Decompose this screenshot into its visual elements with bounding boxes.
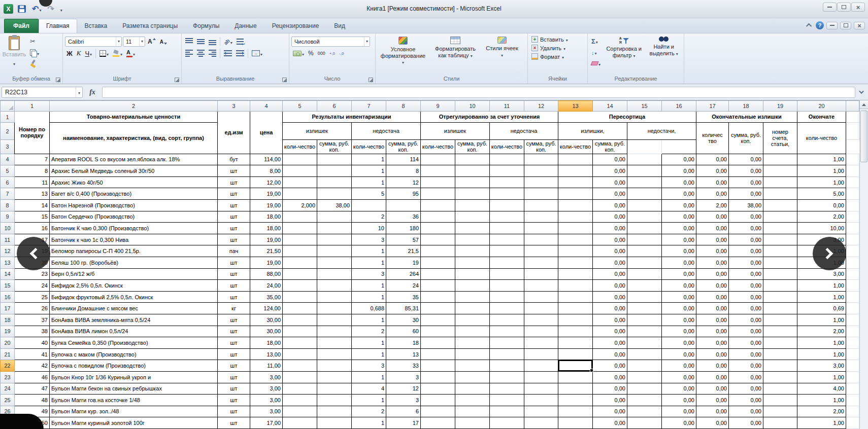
dialog-launcher-icon[interactable] (175, 78, 179, 82)
cell-R4C12[interactable] (524, 154, 558, 165)
cell-R11C7[interactable]: 3 (352, 234, 386, 245)
save-button[interactable] (16, 5, 27, 13)
cell-R25C19[interactable] (763, 395, 797, 406)
cell-R9C7[interactable]: 2 (352, 211, 386, 223)
cell-R23C16[interactable]: 0,00 (662, 371, 696, 383)
fill-color-button[interactable] (111, 48, 124, 58)
cell-R25C7[interactable]: 1 (352, 395, 386, 406)
row-header-12[interactable]: 12 (1, 245, 15, 257)
cell-R12C9[interactable] (421, 245, 455, 257)
cell-R22C6[interactable] (317, 360, 352, 372)
customize-quick-access-button[interactable] (59, 4, 64, 14)
cell-R10C6[interactable] (317, 223, 352, 234)
decrease-font-button[interactable] (158, 39, 169, 45)
header-shortage-2[interactable]: недостача (490, 123, 558, 140)
cell-R25C5[interactable] (283, 395, 317, 406)
cell-R11C4[interactable]: 19,00 (250, 234, 283, 245)
cell-offgrid[interactable] (846, 268, 859, 280)
cell-R5C17[interactable]: 0,00 (696, 165, 729, 177)
cell-R7C14[interactable]: 0,00 (593, 188, 627, 200)
header-qty[interactable]: коли-чество (352, 140, 386, 154)
cell-R23C10[interactable] (455, 371, 490, 383)
cell-R6C10[interactable] (455, 176, 490, 188)
cell-R20C20[interactable]: 1,00 (797, 337, 846, 349)
cell-R12C10[interactable] (455, 245, 490, 257)
cell-R26C7[interactable]: 2 (352, 406, 386, 417)
conditional-formatting-button[interactable]: Условное форматирование (378, 35, 428, 75)
format-cells-button[interactable]: Формат (530, 52, 585, 61)
cell-R25C4[interactable]: 3,00 (250, 395, 283, 406)
cell-R26C3[interactable]: шт (218, 406, 250, 417)
cell-R23C5[interactable] (283, 371, 317, 383)
cell-R22C12[interactable] (524, 360, 558, 372)
cell-R17C17[interactable]: 0,00 (696, 303, 729, 314)
expand-formula-bar-button[interactable] (857, 87, 866, 98)
cell-R22C8[interactable]: 33 (386, 360, 421, 372)
cell-R8C16[interactable]: 0,00 (662, 200, 696, 211)
cell-R8C17[interactable]: 2,00 (696, 200, 729, 211)
cell-R9C19[interactable] (763, 211, 797, 223)
cell-offgrid[interactable] (846, 303, 859, 314)
cell-R26C20[interactable]: 2,00 (797, 406, 846, 417)
cell-R6C2[interactable]: Арахис Жико 40г/50 (50, 176, 218, 188)
cell-R19C15[interactable] (627, 326, 662, 337)
cell-R12C7[interactable]: 1 (352, 245, 386, 257)
col-header-19[interactable]: 19 (763, 101, 797, 112)
cell-R4C3[interactable]: бут (218, 154, 250, 165)
cell-R6C8[interactable]: 12 (386, 176, 421, 188)
cell-R13C14[interactable]: 0,00 (593, 257, 627, 268)
header-final-sum[interactable]: сумма, руб. коп. (729, 123, 763, 154)
cell-R22C4[interactable]: 11,00 (250, 360, 283, 372)
cell-R9C6[interactable] (317, 211, 352, 223)
cell-R25C20[interactable]: 1,00 (797, 395, 846, 406)
cell-offgrid[interactable] (846, 200, 859, 211)
cell-offgrid[interactable] (846, 211, 859, 223)
cell-R17C2[interactable]: Блинчики Домашние с мясом вес (50, 303, 218, 314)
cell-R18C11[interactable] (490, 314, 524, 326)
cell-R12C19[interactable] (763, 245, 797, 257)
cell-R19C16[interactable]: 0,00 (662, 326, 696, 337)
cell-R8C13[interactable] (558, 200, 593, 211)
cell-R20C1[interactable]: 40 (15, 337, 50, 349)
cell-R15C4[interactable]: 24,00 (250, 280, 283, 292)
cell-R20C11[interactable] (490, 337, 524, 349)
cell-R8C7[interactable] (352, 200, 386, 211)
close-button[interactable]: × (851, 3, 865, 12)
row-header-8[interactable]: 8 (1, 200, 15, 211)
cell-R6C4[interactable]: 12,00 (250, 176, 283, 188)
formula-input[interactable] (102, 87, 855, 98)
font-color-button[interactable] (125, 48, 137, 58)
cell-R22C18[interactable]: 0,00 (729, 360, 763, 372)
help-button[interactable] (816, 21, 824, 29)
cell-R16C16[interactable]: 0,00 (662, 291, 696, 303)
cell-R27C16[interactable]: 0,00 (662, 417, 696, 429)
cell-offgrid[interactable] (846, 176, 859, 188)
cell-R6C15[interactable] (627, 176, 662, 188)
cell-R20C8[interactable]: 18 (386, 337, 421, 349)
cell-R10C8[interactable]: 180 (386, 223, 421, 234)
cell-R24C11[interactable] (490, 383, 524, 395)
cell-R22C2[interactable]: Булочка с повидлом (Производство) (50, 360, 218, 372)
cell-R26C11[interactable] (490, 406, 524, 417)
row-header-19[interactable]: 19 (1, 326, 15, 337)
cell-R26C18[interactable]: 0,00 (729, 406, 763, 417)
cell-R27C3[interactable]: шт (218, 417, 250, 429)
cell-R14C20[interactable]: 3,00 (797, 268, 846, 280)
cell-R27C17[interactable]: 0,00 (696, 417, 729, 429)
cell-R9C13[interactable] (558, 211, 593, 223)
cell-R21C7[interactable]: 1 (352, 348, 386, 360)
row-header-24[interactable]: 24 (1, 383, 15, 395)
row-header-10[interactable]: 10 (1, 223, 15, 234)
cell-R8C2[interactable]: Батон Нарезной (Производство) (50, 200, 218, 211)
cell-R10C13[interactable] (558, 223, 593, 234)
cell-R19C13[interactable] (558, 326, 593, 337)
cell-R18C7[interactable]: 1 (352, 314, 386, 326)
header-qty[interactable]: коли-чество (558, 140, 593, 154)
select-all-corner[interactable] (1, 101, 15, 112)
row-header-6[interactable]: 6 (1, 176, 15, 188)
cell-R22C10[interactable] (455, 360, 490, 372)
cell-R10C1[interactable]: 16 (15, 223, 50, 234)
cell-R19C7[interactable]: 2 (352, 326, 386, 337)
cell-R16C18[interactable]: 0,00 (729, 291, 763, 303)
cell-R7C1[interactable]: 13 (15, 188, 50, 200)
